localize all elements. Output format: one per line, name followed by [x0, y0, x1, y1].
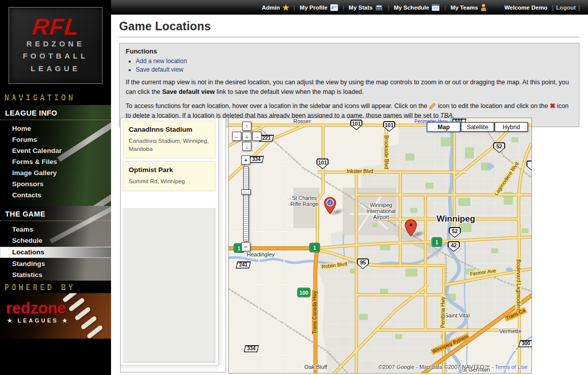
map-label-rifle-range: St Charles Rifle Range: [285, 195, 324, 207]
sidebar-item-forms-files[interactable]: Forms & Files: [0, 156, 111, 168]
map-label-oak-bluff: Oak Bluff: [304, 364, 327, 370]
admin-label: Admin: [262, 5, 280, 11]
trans-canada-shield-1: 1: [309, 243, 320, 252]
my-schedule-label: My Schedule: [394, 5, 429, 11]
my-teams-link[interactable]: My Teams: [450, 4, 487, 11]
calendar-icon: [432, 4, 440, 11]
the-game-section: THE GAME Teams Schedule Locations Standi…: [0, 206, 111, 281]
location-list-vertical-scrollbar[interactable]: [218, 118, 226, 365]
edit-pencil-icon: [429, 102, 436, 109]
sidebar-item-home[interactable]: Home: [0, 123, 111, 134]
sidebar-item-image-gallery[interactable]: Image Gallery: [0, 168, 111, 179]
location-address: CanadInns Stadium, Winnipeg, Manitoba: [129, 137, 210, 153]
topbar-divider: |: [388, 5, 389, 11]
location-name: CanadInns Stadium: [129, 126, 210, 133]
logout-link[interactable]: [ Logout ]: [552, 5, 580, 11]
rfl-logo: RFL REDZONE FOOTBALL LEAGUE: [9, 7, 102, 84]
football-lace-decoration: [74, 306, 91, 321]
map-zoom-in-button[interactable]: +: [241, 155, 250, 165]
rfl-logo-line1: REDZONE: [26, 38, 84, 50]
my-profile-link[interactable]: My Profile: [300, 4, 338, 11]
trans-canada-shield-1: 1: [432, 237, 442, 247]
page-title: Game Locations: [119, 20, 579, 37]
trans-canada-shield-100: 100: [297, 288, 310, 297]
admin-link[interactable]: Admin ★: [262, 4, 289, 11]
location-list-horizontal-scrollbar[interactable]: [121, 365, 219, 372]
topbar-divider: |: [444, 5, 446, 11]
map-pan-left-button[interactable]: ←: [232, 132, 241, 141]
redzone-logo-text: redzone: [6, 300, 66, 316]
sidebar-item-teams[interactable]: Teams: [0, 224, 111, 235]
map-pan-down-button[interactable]: ↓: [242, 142, 251, 151]
delete-x-icon: ✖: [550, 102, 555, 110]
sidebar-item-contacts[interactable]: Contacts: [0, 190, 111, 201]
road-label-boulevard-lagimodiere: Boulevard Lagimodière: [515, 258, 521, 312]
functions-box: Functions Add a new location Save defaul…: [119, 43, 579, 127]
the-game-title: THE GAME: [0, 206, 111, 221]
logout-label: Logout: [556, 5, 576, 11]
top-utility-bar: Admin ★ | My Profile | My Stats | My Sch…: [111, 0, 588, 15]
map-type-hybrid-button[interactable]: Hybrid: [495, 122, 528, 132]
sidebar-item-locations[interactable]: Locations: [0, 247, 111, 258]
map-pan-right-button[interactable]: →: [252, 132, 261, 141]
sidebar-item-event-calendar[interactable]: Event Calendar: [0, 145, 111, 156]
league-info-title: LEAGUE INFO: [0, 105, 111, 120]
text-run: link to save the default view when the m…: [215, 88, 363, 95]
redzone-leagues-logo: redzone ★ LEAGUES ★: [0, 293, 111, 339]
road-label-inkster-blvd: Inkster Blvd: [346, 169, 374, 175]
rfl-league-app: RFL REDZONE FOOTBALL LEAGUE NAVIGATION L…: [0, 0, 588, 375]
map-label-headingley: Headingley: [247, 251, 275, 257]
road-label-brookside-blvd: Brookside Blvd: [383, 134, 389, 170]
map-label-airport: Winnipeg International Airport: [361, 202, 401, 220]
map-marker-optimist-park[interactable]: [404, 219, 417, 239]
save-default-view-link[interactable]: Save default view: [136, 66, 183, 73]
map-zoom-out-button[interactable]: −: [241, 242, 250, 251]
map-marker-canadinns-info[interactable]: i: [324, 197, 337, 217]
location-address: Summit Rd, Winnipeg: [129, 178, 210, 186]
sidebar-item-schedule[interactable]: Schedule: [0, 235, 111, 246]
sidebar: RFL REDZONE FOOTBALL LEAGUE NAVIGATION L…: [0, 0, 111, 375]
text-run: To access functions for each location, h…: [126, 102, 429, 110]
route-shield-334: 334: [249, 156, 264, 163]
topbar-divider: |: [294, 5, 295, 11]
location-list-panel: CanadInns Stadium CanadInns Stadium, Win…: [120, 118, 226, 372]
bracket: ]: [578, 5, 580, 11]
my-stats-label: My Stats: [349, 5, 372, 11]
football-lace-decoration: [86, 325, 103, 339]
map-type-satellite-button[interactable]: Satellite: [461, 122, 494, 132]
map-pan-up-button[interactable]: ↑: [242, 122, 251, 131]
map-zoom-slider-handle[interactable]: [241, 189, 251, 195]
rfl-logo-acronym: RFL: [31, 17, 80, 37]
route-shield-241: 241: [236, 261, 251, 269]
sidebar-item-forums[interactable]: Forums: [0, 134, 111, 145]
main-content: Game Locations Functions Add a new locat…: [111, 15, 588, 375]
map-zoom-slider-rail[interactable]: [243, 167, 249, 241]
my-schedule-link[interactable]: My Schedule: [394, 4, 440, 11]
location-card-optimist-park[interactable]: Optimist Park Summit Rd, Winnipeg: [123, 161, 216, 191]
my-stats-link[interactable]: My Stats: [349, 4, 383, 11]
map-pan-center-button[interactable]: ↔↕: [242, 132, 251, 141]
topbar-divider: |: [343, 5, 344, 11]
my-teams-label: My Teams: [450, 5, 478, 11]
route-shield-334: 334: [244, 345, 259, 352]
map-label-vermette: Vermette: [499, 328, 521, 334]
add-location-link[interactable]: Add a new location: [136, 58, 187, 65]
route-shield-300: 300: [518, 340, 532, 347]
map-label-winnipeg: Winnipeg: [437, 214, 475, 224]
text-run: Winnipeg: [361, 202, 401, 208]
map-type-map-button[interactable]: Map: [427, 122, 460, 132]
copyright-text: ©2007 Google - Map data ©2007 NAVTEQ™ -: [379, 364, 495, 370]
football-lace-decoration: [68, 297, 85, 312]
terms-of-use-link[interactable]: Terms of Use: [495, 364, 527, 370]
scrollbar-corner: [219, 365, 226, 372]
map-canvas[interactable]: [229, 118, 531, 373]
sidebar-item-sponsors[interactable]: Sponsors: [0, 179, 111, 190]
instructions-paragraph-1: If the current map view is not in the de…: [126, 78, 573, 97]
sidebar-item-statistics[interactable]: Statistics: [0, 270, 111, 281]
redzone-leagues-text: ★ LEAGUES ★: [7, 317, 69, 324]
road-label-pembina-hwy: Pembina Hwy: [440, 296, 446, 329]
text-run: icon to edit the location and click on t…: [436, 102, 550, 110]
location-card-canadinns[interactable]: CanadInns Stadium CanadInns Stadium, Win…: [123, 121, 216, 158]
sidebar-item-standings[interactable]: Standings: [0, 258, 111, 270]
powered-by-header: POWERED BY: [0, 281, 111, 294]
